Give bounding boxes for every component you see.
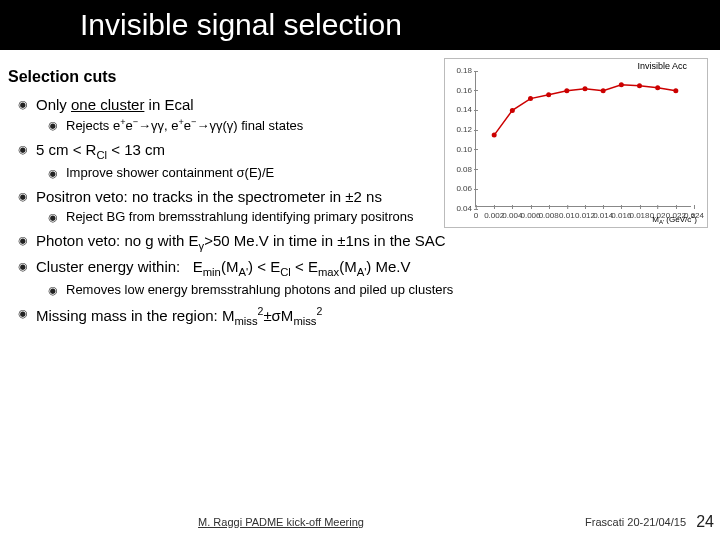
slide-header: Invisible signal selection bbox=[0, 0, 720, 50]
xtick: 0.006 bbox=[520, 211, 540, 220]
slide-title: Invisible signal selection bbox=[80, 8, 402, 42]
svg-point-10 bbox=[673, 88, 678, 93]
chart-title: Invisible Acc bbox=[637, 61, 687, 71]
ytick: 0.18 bbox=[448, 66, 472, 75]
xtick: 0.01 bbox=[559, 211, 575, 220]
xtick: 0.012 bbox=[575, 211, 595, 220]
chart-invisible-acc: Invisible Acc 0.040.060.080.100.120.140.… bbox=[444, 58, 708, 228]
xtick: 0.008 bbox=[539, 211, 559, 220]
ytick: 0.12 bbox=[448, 125, 472, 134]
footer-page: 24 bbox=[692, 513, 720, 531]
svg-point-8 bbox=[637, 83, 642, 88]
chart-area: 0.040.060.080.100.120.140.160.1800.0020.… bbox=[475, 71, 691, 207]
svg-point-0 bbox=[492, 133, 497, 138]
svg-point-5 bbox=[583, 86, 588, 91]
svg-point-4 bbox=[564, 88, 569, 93]
bullet-5-sub: Removes low energy bremsstrahlung photon… bbox=[48, 282, 712, 297]
svg-point-7 bbox=[619, 82, 624, 87]
svg-point-1 bbox=[510, 108, 515, 113]
bullet-5: Cluster energy within: Emin(MA') < ECl <… bbox=[18, 258, 712, 278]
footer-author: M. Raggi PADME kick-off Meering bbox=[0, 516, 562, 528]
ytick: 0.14 bbox=[448, 105, 472, 114]
xtick: 0.004 bbox=[502, 211, 522, 220]
svg-point-3 bbox=[546, 92, 551, 97]
xtick: 0.014 bbox=[593, 211, 613, 220]
ytick: 0.04 bbox=[448, 204, 472, 213]
xtick: 0.016 bbox=[611, 211, 631, 220]
ytick: 0.06 bbox=[448, 184, 472, 193]
chart-xlabel: MA' (GeV/c2) bbox=[652, 213, 697, 225]
xtick: 0.018 bbox=[629, 211, 649, 220]
footer-date: Frascati 20-21/04/15 bbox=[562, 516, 692, 528]
ytick: 0.10 bbox=[448, 145, 472, 154]
footer: M. Raggi PADME kick-off Meering Frascati… bbox=[0, 510, 720, 534]
svg-point-9 bbox=[655, 85, 660, 90]
xtick: 0.002 bbox=[484, 211, 504, 220]
svg-point-6 bbox=[601, 88, 606, 93]
bullet-6: Missing mass in the region: Mmiss2±σMmis… bbox=[18, 305, 712, 327]
xtick: 0 bbox=[474, 211, 478, 220]
ytick: 0.16 bbox=[448, 86, 472, 95]
chart-line bbox=[476, 71, 691, 206]
bullet-4: Photon veto: no g with Eγ>50 Me.V in tim… bbox=[18, 232, 712, 252]
ytick: 0.08 bbox=[448, 165, 472, 174]
svg-point-2 bbox=[528, 96, 533, 101]
